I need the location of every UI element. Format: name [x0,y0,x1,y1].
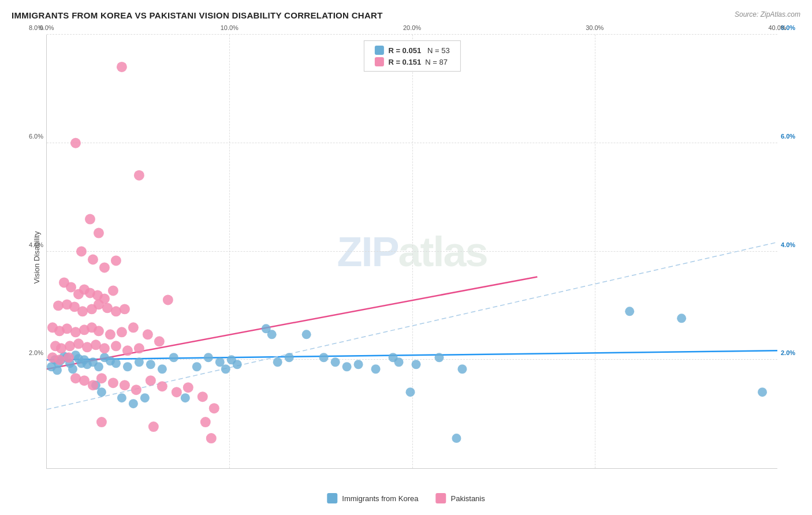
svg-point-38 [273,357,282,367]
svg-point-64 [111,255,121,266]
svg-point-26 [146,360,155,369]
svg-point-54 [677,314,686,323]
svg-point-22 [123,362,132,371]
y-right-4pct: 4.0% [781,241,795,248]
source-label: Source: ZipAtlas.com [735,10,800,18]
svg-point-63 [99,262,110,273]
svg-point-114 [131,385,141,395]
svg-point-40 [302,330,311,339]
svg-point-76 [77,306,88,316]
svg-point-53 [625,307,634,316]
svg-point-30 [192,362,202,371]
y-tick-4pct: 4.0% [29,241,43,248]
svg-point-56 [117,62,127,72]
y-tick-2pct: 2.0% [29,349,43,356]
svg-point-110 [88,380,98,390]
svg-point-43 [342,362,352,371]
svg-point-103 [154,336,165,346]
svg-point-60 [94,228,104,238]
legend-item-pink: Pakistanis [435,493,485,503]
svg-point-48 [406,387,415,397]
svg-point-35 [233,360,242,369]
svg-point-15 [94,362,103,371]
svg-point-89 [105,329,116,339]
svg-point-72 [108,285,118,296]
svg-point-99 [99,343,110,353]
svg-point-29 [181,393,190,402]
legend-item-blue: Immigrants from Korea [327,493,418,503]
svg-point-49 [412,360,421,369]
svg-point-118 [183,382,193,393]
legend-label-pink: Pakistanis [450,494,485,503]
svg-point-24 [135,357,144,367]
svg-point-119 [198,391,208,402]
svg-point-25 [140,393,150,402]
svg-point-20 [111,359,121,368]
svg-point-120 [209,403,219,413]
svg-point-124 [206,433,217,443]
legend-swatch-blue-bottom [327,493,337,503]
svg-point-23 [129,399,138,408]
svg-point-39 [285,353,294,362]
y-right-6pct: 6.0% [781,133,795,140]
svg-point-27 [158,364,167,374]
x-tick-30: 30.0% [586,24,604,31]
svg-point-111 [96,373,107,383]
y-tick-6pct: 6.0% [29,133,43,140]
legend-label-blue: Immigrants from Korea [342,494,418,503]
svg-point-121 [96,417,107,427]
legend-swatch-pink-bottom [435,493,446,503]
svg-point-31 [204,353,213,362]
svg-point-107 [64,352,74,363]
chart-title: IMMIGRANTS FROM KOREA VS PAKISTANI VISIO… [12,10,383,20]
svg-point-42 [331,357,340,367]
x-tick-0: 0.0% [39,24,54,31]
svg-point-102 [134,343,144,353]
svg-point-41 [319,353,329,362]
svg-point-90 [117,327,127,337]
svg-point-44 [354,360,363,369]
svg-point-50 [434,353,444,362]
svg-point-117 [172,387,182,397]
svg-point-100 [111,341,121,351]
svg-point-51 [452,434,461,443]
svg-point-21 [117,393,126,402]
svg-point-88 [94,326,104,336]
svg-point-106 [54,354,65,365]
svg-point-112 [108,378,118,388]
x-tick-40: 40.0% [768,24,786,31]
svg-point-55 [758,387,767,397]
svg-point-116 [157,381,167,391]
svg-point-33 [221,364,230,374]
svg-point-92 [143,329,153,339]
chart-area: ZIPatlas 2.0% 2.0% 4.0% 4.0% 6.0% 6.0% 8… [46,35,777,469]
svg-point-28 [169,353,178,362]
svg-point-81 [120,304,130,314]
svg-point-57 [70,138,81,148]
trend-line-blue-dashed [47,242,777,410]
svg-point-91 [128,322,139,333]
x-tick-10: 10.0% [221,24,239,31]
svg-point-47 [394,357,404,367]
svg-point-123 [200,417,211,427]
svg-point-115 [146,375,156,386]
svg-point-101 [122,345,133,356]
x-tick-20: 20.0% [403,24,421,31]
svg-point-113 [120,380,130,390]
svg-point-45 [371,364,381,374]
chart-container: IMMIGRANTS FROM KOREA VS PAKISTANI VISIO… [0,0,812,515]
svg-point-11 [68,364,77,374]
bottom-legend: Immigrants from Korea Pakistanis [327,493,485,503]
svg-point-37 [267,330,277,339]
trend-line-blue [47,350,777,360]
svg-point-19 [97,387,106,397]
y-axis-label: Vision Disability [32,232,41,284]
svg-point-122 [148,421,159,432]
svg-point-58 [134,170,144,181]
svg-point-4 [53,365,62,375]
svg-point-62 [88,254,98,264]
scatter-plot [47,35,777,468]
svg-point-104 [163,294,173,305]
y-right-2pct: 2.0% [781,349,795,356]
svg-point-61 [76,247,87,257]
